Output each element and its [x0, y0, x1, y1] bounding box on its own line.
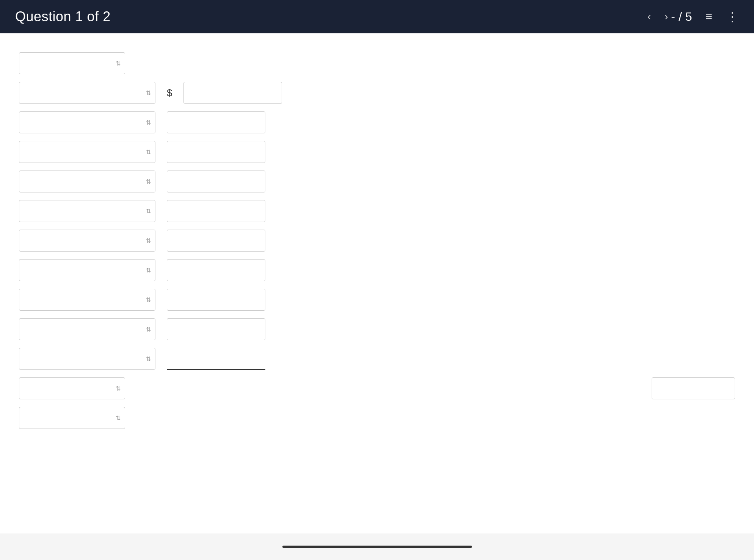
form-row-0 [19, 52, 735, 74]
select-1[interactable] [19, 82, 155, 104]
text-input-5[interactable] [167, 200, 265, 222]
select-9[interactable] [19, 318, 155, 340]
select-wrapper-6 [19, 230, 155, 252]
select-7[interactable] [19, 259, 155, 281]
select-2[interactable] [19, 111, 155, 133]
text-input-8[interactable] [167, 289, 265, 311]
form-row-2 [19, 111, 735, 133]
select-wrapper-0 [19, 52, 125, 74]
select-wrapper-11 [19, 377, 125, 399]
select-12[interactable] [19, 407, 125, 429]
select-wrapper-10 [19, 348, 155, 370]
select-10[interactable] [19, 348, 155, 370]
score-display: - / 5 [671, 10, 692, 24]
select-wrapper-4 [19, 171, 155, 192]
form-row-5 [19, 200, 735, 222]
select-0[interactable] [19, 52, 125, 74]
text-input-9[interactable] [167, 318, 265, 340]
text-input-1[interactable] [183, 82, 282, 104]
select-wrapper-7 [19, 259, 155, 281]
form-row-10 [19, 348, 735, 370]
select-wrapper-3 [19, 141, 155, 163]
content-area: $ [0, 33, 754, 560]
text-input-11-right[interactable] [652, 377, 735, 399]
text-input-7[interactable] [167, 259, 265, 281]
list-icon-button[interactable]: ≡ [705, 10, 712, 23]
select-wrapper-12 [19, 407, 125, 429]
select-6[interactable] [19, 230, 155, 252]
form-row-7 [19, 259, 735, 281]
select-11[interactable] [19, 377, 125, 399]
form-row-12 [19, 407, 735, 429]
select-4[interactable] [19, 171, 155, 192]
text-input-3[interactable] [167, 141, 265, 163]
form-row-11 [19, 377, 735, 399]
next-button[interactable]: › [662, 8, 671, 25]
form-row-6 [19, 230, 735, 252]
header-nav: ‹ › [644, 8, 671, 25]
select-wrapper-5 [19, 200, 155, 222]
header-right: - / 5 ≡ ⋮ [671, 9, 739, 24]
form-row-9 [19, 318, 735, 340]
text-input-4[interactable] [167, 171, 265, 192]
select-wrapper-9 [19, 318, 155, 340]
form-row-3 [19, 141, 735, 163]
prev-button[interactable]: ‹ [644, 8, 654, 25]
form-row-4 [19, 171, 735, 192]
question-counter: Question 1 of 2 [15, 9, 633, 25]
form-row-8 [19, 289, 735, 311]
select-8[interactable] [19, 289, 155, 311]
text-input-6[interactable] [167, 230, 265, 252]
select-wrapper-2 [19, 111, 155, 133]
select-3[interactable] [19, 141, 155, 163]
bottom-bar [0, 533, 754, 560]
select-5[interactable] [19, 200, 155, 222]
more-icon-button[interactable]: ⋮ [726, 9, 739, 24]
select-wrapper-8 [19, 289, 155, 311]
form-section: $ [19, 45, 735, 429]
header: Question 1 of 2 ‹ › - / 5 ≡ ⋮ [0, 0, 754, 33]
select-wrapper-1 [19, 82, 155, 104]
dollar-sign: $ [167, 87, 172, 99]
bottom-handle [282, 546, 472, 548]
form-row-1: $ [19, 82, 735, 104]
text-input-10-underline[interactable] [167, 348, 265, 370]
text-input-2[interactable] [167, 111, 265, 133]
